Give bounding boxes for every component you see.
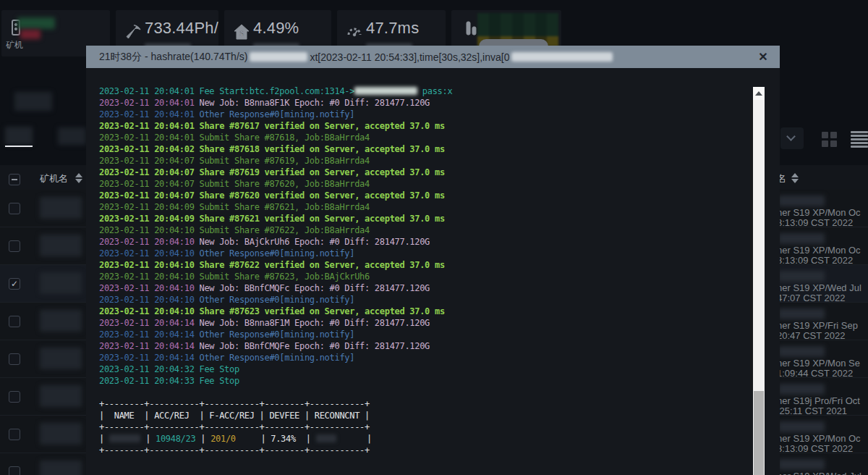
miner-log-output: 2023-02-11 20:04:01 Fee Start:btc.f2pool… [99,85,452,456]
list-view-icon[interactable] [851,131,868,148]
redacted-miner-name-right [778,196,825,206]
redacted-miner-name-right [778,233,825,244]
log-timestamp: 2023-02-11 20:04:01 [99,121,200,131]
log-line-verified: 2023-02-11 20:04:09 Share #87621 verifie… [99,214,445,224]
redacted-hashrate-value [17,17,55,29]
row-checkbox[interactable] [9,391,20,403]
log-message: Share #87619 verified on Server, accepte… [200,167,445,177]
log-timestamp: 2023-02-11 20:04:10 [99,272,200,282]
redacted-miner-name-left [40,310,82,332]
log-line-fee: 2023-02-11 20:04:01 Fee Start:btc.f2pool… [99,86,452,96]
redacted-title-segment2 [511,52,613,62]
miner-date-fragment: 3:13:09 CST 2022 [777,217,853,228]
sort-icon-right[interactable] [791,173,799,183]
log-message: Submit Share #87623, Job:BAjCkrUh6 [200,272,370,282]
log-line-newjob: 2023-02-11 20:04:10 New Job: BBnfCMQFc E… [99,283,430,293]
miner-count-label: 矿机 [6,39,23,51]
select-all-checkbox[interactable] [9,174,20,185]
redacted-title-segment [250,52,307,62]
ascii-table-data-row: | | 10948/23 | 201/0 | 7.34% | | [99,434,372,444]
grid-view-icon[interactable] [822,132,838,148]
f-acc-rej-value: 201/0 [210,434,236,444]
tab-redacted[interactable] [58,127,86,145]
ascii-pipe: | [195,434,210,444]
modal-title-part1: 21时38分 - hashrate(140.74Th/s) [99,51,247,64]
log-modal-title: 21时38分 - hashrate(140.74Th/s) xt[2023-02… [99,51,615,64]
miner-model-fragment: ner S19 XP/Wed Jul [777,471,861,475]
log-line-verified: 2023-02-11 20:04:10 Share #87622 verifie… [99,260,445,270]
close-icon[interactable]: ✕ [755,49,771,65]
log-line-fee: 2023-02-11 20:04:33 Fee Stop [99,376,239,386]
scroll-up-icon[interactable] [753,87,765,100]
log-timestamp: 2023-02-11 20:04:10 [99,295,200,305]
column-header-miner-name[interactable]: 矿机名 [40,172,68,185]
log-timestamp: 2023-02-11 20:04:33 [99,376,200,386]
row-checkbox[interactable] [9,240,20,252]
log-message: Other Response#0[mining.notify] [200,248,355,258]
house-dollar-icon: $ [233,23,250,41]
redacted-miner-name-right [778,271,825,282]
log-timestamp: 2023-02-11 20:04:10 [99,248,200,258]
redacted-pool-account [354,87,417,95]
log-timestamp: 2023-02-11 20:04:10 [99,306,200,316]
log-message: Other Response#0[mining.notify] [200,295,355,305]
log-timestamp: 2023-02-11 20:04:07 [99,179,200,189]
log-timestamp: 2023-02-11 20:04:14 [99,318,200,328]
log-message: Share #87617 verified on Server, accepte… [200,121,445,131]
row-checkbox[interactable] [9,466,20,475]
log-timestamp: 2023-02-11 20:04:01 [99,109,200,119]
redacted-miner-name-right [778,346,825,357]
log-timestamp: 2023-02-11 20:04:02 [99,144,200,154]
row-checkbox-checked[interactable]: ✓ [9,278,20,290]
log-line-submit: 2023-02-11 20:04:10 Submit Share #87623,… [99,272,370,282]
row-checkbox[interactable] [9,429,20,440]
dropdown-button[interactable] [780,127,804,149]
log-timestamp: 2023-02-11 20:04:07 [99,156,200,166]
row-checkbox[interactable] [9,203,20,214]
log-line-verified: 2023-02-11 20:04:07 Share #87620 verifie… [99,190,445,201]
mining-dashboard-page: 矿机 733.44Ph/s $ 4.49% 47.7ms [0,0,868,475]
log-timestamp: 2023-02-11 20:04:14 [99,329,200,340]
redacted-summary-text [14,92,52,111]
log-message: Share #87622 verified on Server, accepte… [200,260,445,270]
log-message: Share #87621 verified on Server, accepte… [200,214,445,224]
redacted-miner-name-right [778,384,825,395]
log-line-other: 2023-02-11 20:04:01 Other Response#0[min… [99,109,354,119]
log-line-submit: 2023-02-11 20:04:09 Submit Share #87621,… [99,202,370,212]
scrollbar-thumb[interactable] [754,391,764,475]
active-tab-underline [5,146,33,147]
log-message: New Job: B8nna8F1K Epoch: #0 Diff: 28147… [200,98,430,108]
log-message: Other Response#0[mining.notify] [200,109,355,119]
miner-model-fragment: ner S19 XP/Mon Oc [777,433,861,444]
redacted-miner-name-left [40,272,82,294]
log-timestamp: 2023-02-11 20:04:14 [99,341,200,351]
log-message: Submit Share #87618, Job:B8aHrrda4 [200,133,370,143]
sort-icon[interactable] [75,173,82,183]
log-timestamp: 2023-02-11 20:04:14 [99,353,200,363]
devfee-value: | 7.34% | [236,434,316,444]
log-message: New Job: BAjCkrUh6 Epoch: #0 Diff: 28147… [200,237,430,247]
log-line-verified: 2023-02-11 20:04:07 Share #87619 verifie… [99,167,445,177]
miner-model-fragment: ner S19 XP/Wed Jul [777,282,861,293]
miner-date-fragment: 3:13:09 CST 2022 [777,443,853,454]
redacted-alert-value [20,30,41,39]
log-timestamp: 2023-02-11 20:04:01 [99,133,200,143]
row-checkbox[interactable] [9,316,20,327]
miner-date-fragment: 20:47 CST 2022 [777,330,845,341]
redacted-miner-name-left [40,461,82,475]
tab-active-redacted[interactable] [5,127,33,145]
acc-rej-value: 10948/23 [156,434,195,444]
log-message: Submit Share #87619, Job:B8aHrrda4 [200,156,370,166]
modal-scrollbar[interactable] [753,87,765,475]
log-timestamp: 2023-02-11 20:04:32 [99,364,200,374]
redacted-reconncnt-cell [316,434,337,442]
log-line-submit: 2023-02-11 20:04:01 Submit Share #87618,… [99,133,370,143]
log-message: Share #87623 verified on Server, accepte… [200,306,445,316]
log-modal-header[interactable]: 21时38分 - hashrate(140.74Th/s) xt[2023-02… [86,46,780,68]
row-checkbox[interactable] [9,353,20,365]
redacted-miner-name-left [40,235,82,256]
log-timestamp: 2023-02-11 20:04:09 [99,202,200,212]
log-timestamp: 2023-02-11 20:04:07 [99,190,200,201]
log-line-submit: 2023-02-11 20:04:10 Submit Share #87622,… [99,225,370,235]
ascii-pipe: | [140,434,156,444]
